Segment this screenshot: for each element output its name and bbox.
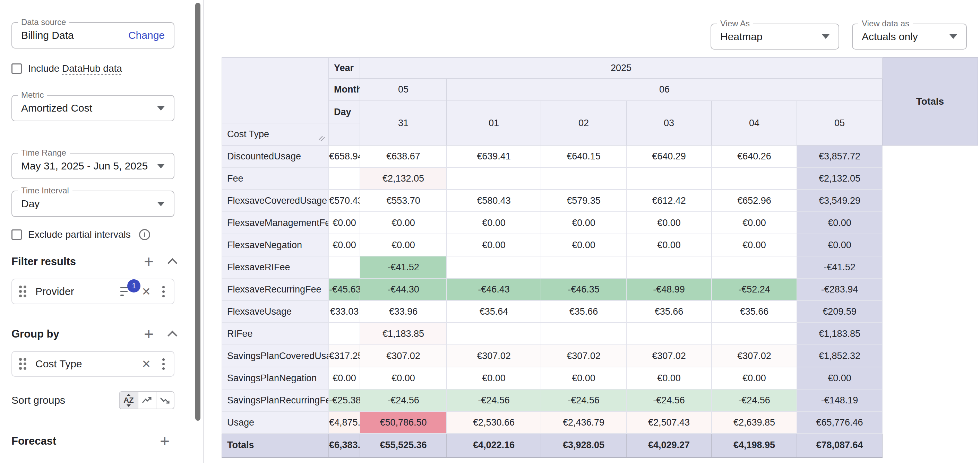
table-row: FlexsaveRecurringFee-€45.63-€44.30-€46.4…: [222, 278, 978, 300]
filter-list-icon[interactable]: 1: [120, 287, 131, 296]
heatmap-cell: €0.00: [711, 212, 797, 234]
info-icon[interactable]: i: [139, 229, 150, 240]
heatmap-cell: €0.00: [711, 234, 797, 256]
heatmap-cell: €317.25: [329, 345, 360, 367]
view-as-label: View As: [717, 19, 753, 29]
column-resize-handle[interactable]: [318, 135, 326, 142]
column-total-cell: €55,525.36: [360, 434, 447, 457]
heatmap-cell: [447, 256, 541, 278]
group-menu-icon[interactable]: [160, 357, 167, 371]
row-label: FlexsaveManagementFee: [222, 212, 329, 234]
collapse-groups-icon[interactable]: [167, 331, 177, 340]
row-total-cell: -€148.19: [797, 389, 882, 411]
drag-handle-icon[interactable]: [19, 358, 26, 370]
metric-select[interactable]: Metric Amortized Cost: [11, 95, 175, 121]
heatmap-cell: -€46.43: [447, 278, 541, 300]
cost-type-column-header: Cost Type: [222, 123, 329, 145]
year-value: 2025: [360, 57, 882, 78]
heatmap-cell: -€45.63: [329, 278, 360, 300]
exclude-partial-checkbox[interactable]: [11, 230, 22, 240]
filter-menu-icon[interactable]: [160, 284, 167, 299]
heatmap-cell: €307.02: [711, 345, 797, 367]
row-total-cell: €2,132.05: [797, 167, 882, 190]
heatmap-cell: €2,507.43: [626, 411, 711, 434]
time-interval-select[interactable]: Time Interval Day: [11, 190, 175, 217]
column-total-cell: €6,383.85: [329, 434, 360, 457]
heatmap-cell: -€24.56: [711, 389, 797, 411]
column-total-cell: €3,928.05: [541, 434, 626, 457]
totals-row-label: Totals: [222, 434, 329, 457]
month-row-label: Month: [329, 78, 360, 101]
time-range-label: Time Range: [18, 148, 70, 158]
row-label: SavingsPlanNegation: [222, 367, 329, 389]
heatmap-cell: [541, 323, 626, 345]
day-header: 01: [447, 101, 541, 145]
row-total-cell: €0.00: [797, 234, 882, 256]
chevron-down-icon: [157, 202, 165, 206]
data-source-field: Data source Billing Data Change: [11, 22, 175, 49]
totals-column-header: Totals: [882, 57, 978, 145]
heatmap-cell: €639.41: [447, 145, 541, 167]
heatmap-cell: [626, 256, 711, 278]
row-label: FlexsaveNegation: [222, 234, 329, 256]
view-data-as-select[interactable]: View data as Actuals only: [852, 24, 967, 49]
heatmap-cell: €0.00: [329, 367, 360, 389]
time-range-select[interactable]: Time Range May 31, 2025 - Jun 5, 2025: [11, 153, 175, 179]
heatmap-cell: €0.00: [626, 234, 711, 256]
group-chip-cost-type[interactable]: Cost Type ×: [11, 351, 175, 377]
sidebar-scrollbar[interactable]: [195, 3, 200, 421]
heatmap-cell: -€48.99: [626, 278, 711, 300]
column-total-cell: €4,029.27: [626, 434, 711, 457]
collapse-filters-icon[interactable]: [167, 258, 177, 268]
metric-label: Metric: [18, 90, 47, 100]
heatmap-cell: €35.66: [626, 300, 711, 323]
time-interval-value: Day: [21, 198, 157, 210]
month-value: 05: [360, 78, 447, 101]
datahub-term[interactable]: DataHub data: [62, 63, 122, 74]
include-datahub-checkbox[interactable]: [11, 63, 22, 74]
heatmap-cell: -€41.52: [360, 256, 447, 278]
filter-chip-provider[interactable]: Provider 1 ×: [11, 279, 175, 304]
heatmap-cell: €658.94: [329, 145, 360, 167]
row-label: SavingsPlanRecurringFee: [222, 389, 329, 411]
view-as-select[interactable]: View As Heatmap: [711, 24, 839, 49]
row-total-cell: €0.00: [797, 212, 882, 234]
row-label: RIFee: [222, 323, 329, 345]
remove-filter-icon[interactable]: ×: [142, 286, 151, 297]
add-group-button[interactable]: +: [144, 329, 154, 339]
heatmap-cell: €1,183.85: [360, 323, 447, 345]
heatmap-cell: €640.29: [626, 145, 711, 167]
heatmap-cell: €570.43: [329, 190, 360, 212]
row-total-cell: €3,549.29: [797, 190, 882, 212]
sort-ascending-button[interactable]: [138, 392, 156, 409]
row-total-cell: €1,852.32: [797, 345, 882, 367]
data-source-label: Data source: [18, 17, 69, 27]
table-row: Usage€4,875.22€50,786.50€2,530.66€2,436.…: [222, 411, 978, 434]
exclude-partial-label: Exclude partial intervals: [28, 229, 131, 240]
row-label: Fee: [222, 167, 329, 190]
add-forecast-button[interactable]: +: [160, 436, 170, 446]
heatmap-cell: €652.96: [711, 190, 797, 212]
remove-group-icon[interactable]: ×: [142, 359, 151, 369]
heatmap-cell: -€24.56: [626, 389, 711, 411]
heatmap-cell: €0.00: [360, 234, 447, 256]
drag-handle-icon[interactable]: [19, 285, 26, 297]
grand-total-cell: €78,087.64: [797, 434, 882, 457]
heatmap-cell: €0.00: [447, 234, 541, 256]
chevron-down-icon: [950, 34, 957, 39]
sort-groups-label: Sort groups: [11, 394, 119, 406]
include-datahub-row: Include DataHub data: [11, 62, 175, 75]
sort-alpha-button[interactable]: AZ: [119, 392, 138, 409]
sort-groups-row: Sort groups AZ: [11, 391, 175, 409]
heatmap-cell: €307.02: [360, 345, 447, 367]
heatmap-cell: €2,436.79: [541, 411, 626, 434]
sort-descending-button[interactable]: [156, 392, 174, 409]
group-by-header: Group by +: [11, 328, 175, 340]
row-label: Usage: [222, 411, 329, 434]
heatmap-cell: [541, 256, 626, 278]
add-filter-button[interactable]: +: [144, 257, 154, 267]
view-data-as-label: View data as: [858, 19, 913, 29]
change-data-source-link[interactable]: Change: [128, 29, 165, 41]
metric-value: Amortized Cost: [21, 102, 157, 114]
sidebar: Data source Billing Data Change Include …: [0, 0, 204, 463]
